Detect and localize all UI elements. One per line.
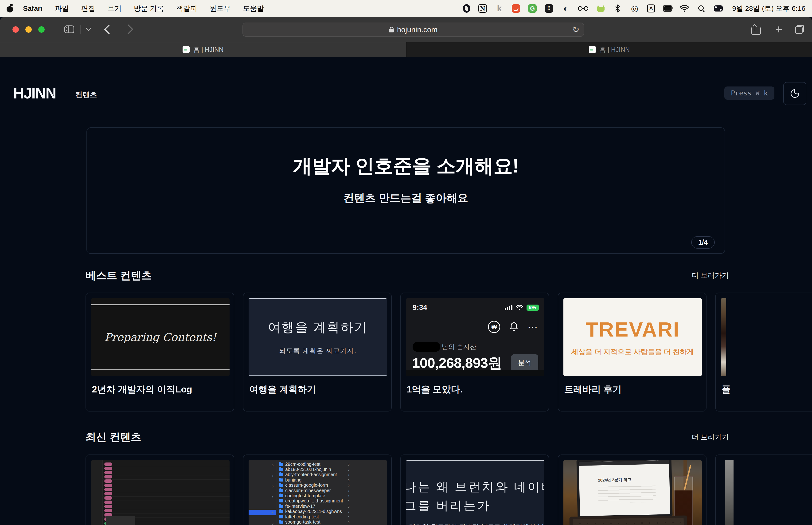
tab-home-active[interactable]: 홈 | HJINN	[0, 42, 406, 57]
site-favicon	[589, 46, 596, 53]
tab-overview-button[interactable]	[791, 17, 808, 42]
hand-app-icon[interactable]	[512, 4, 520, 13]
input-source-icon[interactable]: A	[647, 4, 655, 13]
back-button[interactable]	[99, 17, 115, 42]
chevron-right-icon	[348, 493, 350, 498]
chevron-right-icon	[348, 498, 350, 504]
notion-icon[interactable]: N	[478, 4, 487, 13]
menu-history[interactable]: 방문 기록	[134, 4, 164, 13]
card-thumbnail	[91, 460, 230, 525]
menu-bar-clock[interactable]: 9월 28일 (토) 오후 6:16	[732, 4, 806, 13]
finder-folder-row: ably-frontend-assignment	[279, 472, 350, 477]
zoom-window-button[interactable]	[38, 26, 45, 33]
menu-file[interactable]: 파일	[55, 4, 69, 13]
folder-icon	[279, 494, 284, 497]
folder-icon	[279, 521, 284, 524]
folder-icon	[279, 484, 284, 487]
folder-icon	[279, 489, 284, 492]
command-k-shortcut-button[interactable]: Press ⌘ k	[724, 87, 775, 100]
thumbnail-text: Preparing Contents!	[105, 331, 216, 344]
apple-menu-icon[interactable]	[6, 4, 14, 13]
tab-home-inactive[interactable]: 홈 | HJINN	[406, 42, 812, 57]
grammarly-icon[interactable]: G	[528, 4, 537, 13]
thumbnail-line2: 그를 버리는가	[406, 497, 491, 514]
lock-icon	[389, 27, 394, 32]
card-thumbnail	[721, 460, 812, 525]
shield-app-icon[interactable]	[463, 4, 470, 13]
bluetooth-icon[interactable]	[613, 4, 622, 13]
sidebar-toggle-button[interactable]	[62, 17, 77, 42]
forward-button[interactable]	[122, 17, 139, 42]
latest-see-more-link[interactable]: 더 보러가기	[692, 432, 729, 442]
nav-item-contents[interactable]: 컨텐츠	[75, 90, 97, 100]
phone-bottom-strip	[406, 370, 545, 376]
minimize-window-button[interactable]	[25, 26, 32, 33]
thumbnail-subtitle: 되도록 계획은 짜고가자.	[279, 346, 356, 355]
card-title: 여행을 계획하기	[249, 383, 386, 396]
plus-icon	[775, 22, 782, 36]
card-thumbnail: TREVARI 세상을 더 지적으로 사람들을 더 친하게	[563, 298, 702, 376]
spotlight-icon[interactable]	[697, 4, 706, 13]
card-tag-table[interactable]	[86, 454, 234, 525]
hero-title: 개발자 인호준을 소개해요!	[293, 153, 519, 179]
net-worth-label-row: 님의 순자산	[413, 342, 476, 352]
card-thumbnail: Preparing Contents!	[91, 298, 230, 376]
card-partial-right[interactable]: 폴	[715, 292, 812, 411]
wifi-icon	[516, 305, 523, 311]
address-bar[interactable]: hojunin.com	[243, 22, 584, 37]
card-partial-right[interactable]	[715, 454, 812, 525]
airdrop-icon[interactable]: ◎	[630, 4, 639, 13]
sidebar-chevron-button[interactable]	[83, 17, 94, 42]
card-job-change-log[interactable]: Preparing Contents! 2년차 개발자의 이직Log	[86, 292, 234, 411]
card-thumbnail: 나는 왜 브런치와 네이버 블로 그를 버리는가 대기업 광고판이 되버린 블로…	[406, 460, 545, 525]
desktop: Safari 파일 편집 보기 방문 기록 책갈피 윈도우 도움말 N k G …	[0, 0, 812, 525]
menu-window[interactable]: 윈도우	[210, 4, 231, 13]
phone-time: 9:34	[413, 303, 427, 312]
address-text: hojunin.com	[397, 25, 438, 34]
card-brunch-blog[interactable]: 나는 왜 브런치와 네이버 블로 그를 버리는가 대기업 광고판이 되버린 블로…	[400, 454, 549, 525]
finder-folder-list: 29cm-coding-test ab180-231021-hojunin ab…	[279, 462, 350, 525]
reload-button[interactable]	[572, 23, 579, 36]
dots-app-icon[interactable]: ⠿	[545, 4, 553, 13]
control-center-icon[interactable]	[714, 4, 723, 13]
contrast-icon[interactable]: ◐	[561, 4, 570, 13]
chevron-right-icon	[348, 514, 350, 520]
cat-app-icon[interactable]	[596, 4, 605, 13]
menu-edit[interactable]: 편집	[81, 4, 95, 13]
card-trevari-review[interactable]: TREVARI 세상을 더 지적으로 사람들을 더 친하게 트레바리 후기	[558, 292, 706, 411]
menu-safari[interactable]: Safari	[23, 4, 43, 13]
menu-bookmarks[interactable]: 책갈피	[176, 4, 197, 13]
new-tab-button[interactable]	[771, 17, 787, 42]
safari-window: hojunin.com 홈 | HJINN 홈 | HJINN	[0, 17, 812, 525]
best-see-more-link[interactable]: 더 보러가기	[692, 271, 729, 280]
close-window-button[interactable]	[13, 26, 19, 33]
card-thumbnail: 2024년 2분기 회고	[563, 460, 702, 525]
tabs-overview-icon	[795, 25, 804, 34]
finder-folder-row: kakaopay-202311-dlsghwns	[279, 509, 350, 514]
glasses-icon[interactable]	[578, 4, 588, 13]
window-controls	[13, 26, 45, 33]
site-logo[interactable]: HJINN	[13, 85, 56, 102]
folder-icon	[279, 463, 284, 466]
menu-help[interactable]: 도움말	[243, 4, 264, 13]
card-title: 폴	[721, 383, 812, 396]
share-button[interactable]	[747, 17, 764, 42]
menu-view[interactable]: 보기	[107, 4, 121, 13]
partial-photo-strip	[721, 298, 726, 376]
card-thumbnail: r-playground ›› ›› ›› › 29cm-coding-test…	[249, 460, 387, 525]
card-finder-folders[interactable]: r-playground ›› ›› ›› › 29cm-coding-test…	[243, 454, 392, 525]
hero-carousel[interactable]: 개발자 인호준을 소개해요! 컨텐츠 만드는걸 좋아해요 1/4	[87, 127, 725, 254]
card-title: 2년차 개발자의 이직Log	[91, 383, 229, 396]
card-travel-planning[interactable]: 여행을 계획하기 되도록 계획은 짜고가자. 여행을 계획하기	[243, 292, 392, 411]
card-cafe-retro[interactable]: 2024년 2분기 회고	[558, 454, 706, 525]
tab-title: 홈 | HJINN	[193, 45, 224, 54]
finder-folder-row: creatripweb-f...d-assignment	[279, 498, 350, 504]
k-app-icon[interactable]: k	[495, 4, 504, 13]
trevari-tagline: 세상을 더 지적으로 사람들을 더 친하게	[571, 347, 694, 357]
theme-toggle-button[interactable]	[783, 82, 806, 105]
wifi-icon[interactable]	[680, 4, 689, 13]
folder-icon	[279, 468, 284, 471]
card-100-million[interactable]: 9:34 59ϟ ₩ 님의 순자산	[400, 292, 549, 411]
battery-icon[interactable]	[663, 4, 672, 13]
finder-folder-row: fe-interview-17	[279, 504, 350, 509]
